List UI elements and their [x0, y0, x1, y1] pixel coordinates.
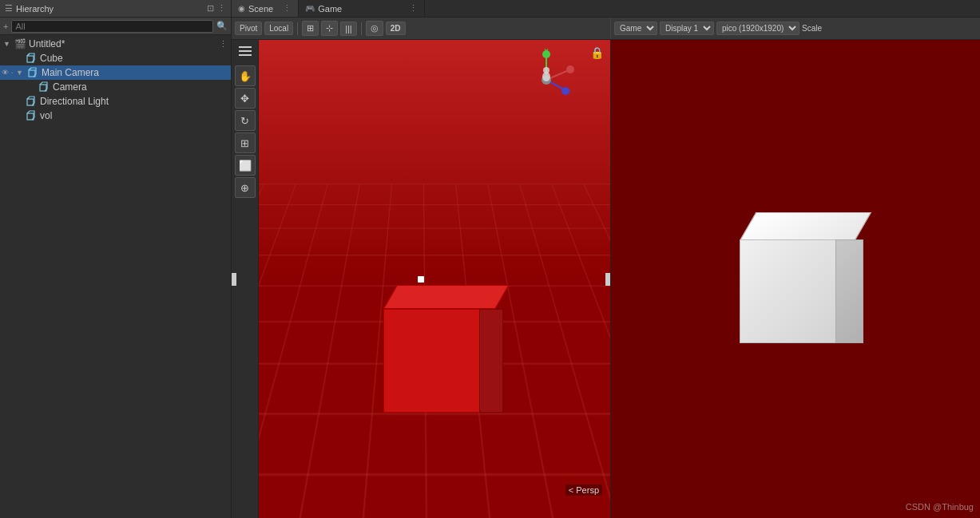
resolution-dropdown[interactable]: pico (1920x1920) — [716, 22, 799, 35]
scene-cube-side-face — [479, 309, 503, 413]
gizmo-svg: Y X Z — [514, 48, 578, 112]
layers-button[interactable]: ◎ — [366, 21, 383, 36]
camera-label: Camera — [53, 81, 87, 93]
hierarchy-item-camera[interactable]: Camera — [0, 80, 231, 94]
cube-label: Cube — [40, 53, 63, 64]
game-panel: CSDN @Thinbug — [611, 40, 980, 518]
cube-icon — [26, 53, 37, 64]
transform-tool-button[interactable]: ⊕ — [235, 177, 256, 198]
vol-icon — [26, 110, 37, 121]
hierarchy-item-cube[interactable]: Cube — [0, 51, 231, 65]
game-toolbar: Game Display 1 pico (1920x1920) Scale — [611, 18, 980, 39]
svg-point-18 — [543, 67, 550, 73]
camera-icon — [38, 81, 50, 93]
hierarchy-icon: ☰ — [5, 3, 13, 14]
search-icon: + — [3, 22, 8, 31]
directional-light-label: Directional Light — [40, 96, 109, 107]
grid-button[interactable]: ⊞ — [302, 21, 319, 36]
cube-arrow — [14, 54, 26, 62]
scene-tab-label: Scene — [248, 4, 273, 14]
lock-icon: 🔒 — [590, 46, 604, 59]
scene-left-handle[interactable] — [232, 273, 236, 286]
dir-light-arrow — [14, 97, 26, 105]
rect-tool-button[interactable]: ⬜ — [235, 155, 256, 176]
snap-button[interactable]: ||| — [340, 22, 357, 36]
svg-text:Z: Z — [567, 88, 571, 95]
game-tab-dots[interactable]: ⋮ — [409, 3, 418, 14]
scene-tab-dots[interactable]: ⋮ — [283, 3, 292, 14]
untitled-dots[interactable]: ⋮ — [219, 39, 228, 49]
hierarchy-item-directional-light[interactable]: Directional Light — [0, 94, 231, 109]
scene-cube-front-face — [383, 309, 495, 413]
eye-icon: 👁 — [2, 69, 9, 77]
hierarchy-item-main-camera[interactable]: 👁 · ▼ Main Camera — [0, 65, 231, 80]
toolbar-sep2 — [361, 22, 362, 35]
main-camera-label: Main Camera — [42, 67, 99, 78]
hierarchy-dots-menu[interactable]: ⋮ — [217, 3, 226, 14]
scene-cube — [375, 285, 503, 413]
untitled-scene-icon: 🎬 — [14, 38, 26, 49]
main-camera-icon — [27, 67, 38, 78]
svg-text:X: X — [569, 66, 574, 73]
rotate-tool-button[interactable]: ↻ — [235, 110, 256, 131]
dual-toolbar: Pivot Local ⊞ ⊹ ||| ◎ 2D Game — [232, 18, 980, 40]
csdn-watermark: CSDN @Thinbug — [906, 502, 974, 512]
scene-tab[interactable]: ◉ Scene ⋮ — [232, 0, 299, 17]
viewports-area: ✋ ✥ ↻ ⊞ ⬜ ⊕ — [232, 40, 980, 518]
svg-text:Y: Y — [544, 48, 549, 54]
vol-label: vol — [40, 110, 52, 121]
scene-center-handle[interactable] — [418, 276, 424, 283]
scene-cube-top-face — [383, 285, 509, 309]
display-dropdown[interactable]: Display 1 — [660, 22, 714, 35]
move-snap-button[interactable]: ⊹ — [321, 21, 338, 36]
scene-right-handle[interactable] — [605, 273, 610, 286]
hierarchy-header: ☰ Hierarchy ⊡ ⋮ — [0, 0, 231, 18]
editors-area: ◉ Scene ⋮ 🎮 Game ⋮ Pivot Local ⊞ ⊹ — [232, 0, 980, 518]
game-tab-label: Game — [318, 4, 342, 14]
game-cube-top-face — [740, 212, 871, 240]
gizmo-widget[interactable]: Y X Z — [514, 48, 578, 112]
hierarchy-item-vol[interactable]: vol — [0, 109, 231, 123]
scene-tab-icon: ◉ — [238, 4, 245, 13]
vol-arrow — [14, 112, 26, 120]
eye-small-icon: · — [11, 69, 14, 77]
game-tab-icon: 🎮 — [305, 4, 315, 13]
scene-panel: ✋ ✥ ↻ ⊞ ⬜ ⊕ — [232, 40, 611, 518]
pivot-button[interactable]: Pivot — [235, 22, 262, 35]
persp-label: < Persp — [565, 484, 602, 496]
game-cube — [728, 216, 863, 343]
hierarchy-search-bar: + 🔍 — [0, 18, 231, 35]
scene-toolbar: Pivot Local ⊞ ⊹ ||| ◎ 2D — [232, 18, 611, 39]
camera-arrow — [27, 83, 38, 91]
2d-button[interactable]: 2D — [386, 22, 406, 35]
hierarchy-content: ▼ 🎬 Untitled* ⋮ Cube 👁 — [0, 35, 231, 518]
game-dropdown[interactable]: Game — [614, 22, 657, 35]
hierarchy-lock-icon[interactable]: ⊡ — [207, 3, 214, 14]
untitled-label: Untitled* — [29, 38, 65, 49]
toolbar-sep1 — [297, 22, 298, 35]
hierarchy-title: Hierarchy — [16, 4, 54, 14]
hierarchy-item-untitled[interactable]: ▼ 🎬 Untitled* ⋮ — [0, 37, 231, 51]
search-filter-icon[interactable]: 🔍 — [216, 21, 228, 31]
panel-tabs-row: ◉ Scene ⋮ 🎮 Game ⋮ — [232, 0, 980, 18]
scale-tool-button[interactable]: ⊞ — [235, 132, 256, 153]
scale-label: Scale — [802, 24, 822, 33]
scene-viewport[interactable]: ✋ ✥ ↻ ⊞ ⬜ ⊕ — [232, 40, 610, 518]
move-tool-button[interactable]: ✥ — [235, 88, 256, 109]
main-camera-arrow: ▼ — [16, 69, 27, 77]
game-viewport[interactable]: CSDN @Thinbug — [611, 40, 980, 518]
game-cube-side-face — [835, 239, 863, 343]
hierarchy-panel: ☰ Hierarchy ⊡ ⋮ + 🔍 ▼ 🎬 Untitled* ⋮ — [0, 0, 232, 518]
game-tab[interactable]: 🎮 Game ⋮ — [299, 0, 425, 17]
hierarchy-search-input[interactable] — [11, 20, 213, 33]
untitled-arrow: ▼ — [3, 40, 14, 48]
hand-tool-button[interactable]: ✋ — [235, 65, 256, 86]
local-button[interactable]: Local — [264, 22, 293, 35]
dir-light-icon — [26, 96, 37, 107]
menu-lines — [236, 43, 255, 59]
